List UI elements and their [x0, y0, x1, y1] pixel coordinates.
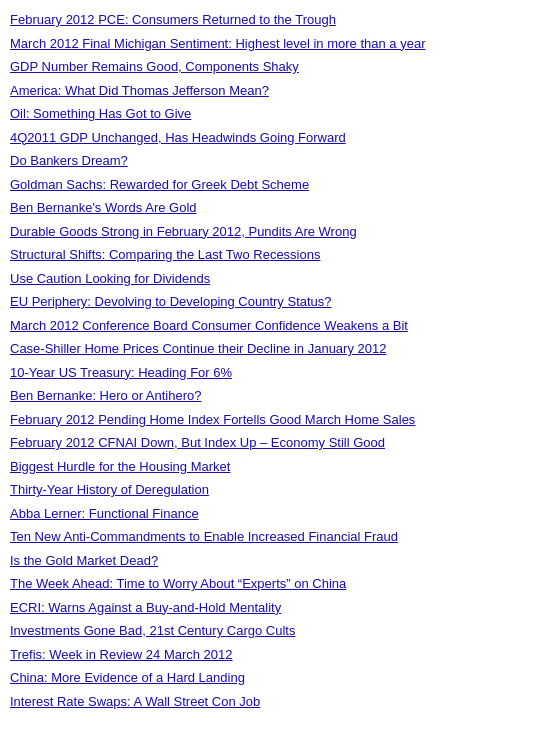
article-link[interactable]: Biggest Hurdle for the Housing Market: [10, 459, 230, 474]
article-link[interactable]: EU Periphery: Devolving to Developing Co…: [10, 294, 332, 309]
article-link[interactable]: Abba Lerner: Functional Finance: [10, 506, 199, 521]
list-item: America: What Did Thomas Jefferson Mean?: [10, 79, 537, 103]
list-item: Use Caution Looking for Dividends: [10, 267, 537, 291]
article-link[interactable]: Thirty-Year History of Deregulation: [10, 482, 209, 497]
list-item: February 2012 CFNAI Down, But Index Up –…: [10, 431, 537, 455]
list-item: Ten New Anti-Commandments to Enable Incr…: [10, 525, 537, 549]
article-link[interactable]: The Week Ahead: Time to Worry About “Exp…: [10, 576, 346, 591]
list-item: Abba Lerner: Functional Finance: [10, 502, 537, 526]
list-item: February 2012 Pending Home Index Fortell…: [10, 408, 537, 432]
article-link[interactable]: China: More Evidence of a Hard Landing: [10, 670, 245, 685]
list-item: Ben Bernanke's Words Are Gold: [10, 196, 537, 220]
article-link[interactable]: Do Bankers Dream?: [10, 153, 128, 168]
article-link[interactable]: Ten New Anti-Commandments to Enable Incr…: [10, 529, 398, 544]
list-item: The Week Ahead: Time to Worry About “Exp…: [10, 572, 537, 596]
list-item: February 2012 PCE: Consumers Returned to…: [10, 8, 537, 32]
list-item: 10-Year US Treasury: Heading For 6%: [10, 361, 537, 385]
article-link[interactable]: Use Caution Looking for Dividends: [10, 271, 210, 286]
article-link[interactable]: February 2012 Pending Home Index Fortell…: [10, 412, 415, 427]
list-item: Structural Shifts: Comparing the Last Tw…: [10, 243, 537, 267]
list-item: China: More Evidence of a Hard Landing: [10, 666, 537, 690]
article-link[interactable]: Interest Rate Swaps: A Wall Street Con J…: [10, 694, 260, 709]
article-link[interactable]: 10-Year US Treasury: Heading For 6%: [10, 365, 232, 380]
article-link[interactable]: Ben Bernanke's Words Are Gold: [10, 200, 197, 215]
article-link[interactable]: Is the Gold Market Dead?: [10, 553, 158, 568]
article-link[interactable]: Ben Bernanke: Hero or Antihero?: [10, 388, 202, 403]
article-link[interactable]: 4Q2011 GDP Unchanged, Has Headwinds Goin…: [10, 130, 346, 145]
article-link[interactable]: Structural Shifts: Comparing the Last Tw…: [10, 247, 320, 262]
list-item: March 2012 Final Michigan Sentiment: Hig…: [10, 32, 537, 56]
list-item: Durable Goods Strong in February 2012, P…: [10, 220, 537, 244]
list-item: Goldman Sachs: Rewarded for Greek Debt S…: [10, 173, 537, 197]
article-link[interactable]: Durable Goods Strong in February 2012, P…: [10, 224, 357, 239]
article-link[interactable]: GDP Number Remains Good, Components Shak…: [10, 59, 299, 74]
article-link[interactable]: February 2012 CFNAI Down, But Index Up –…: [10, 435, 385, 450]
list-item: Thirty-Year History of Deregulation: [10, 478, 537, 502]
article-link-list: February 2012 PCE: Consumers Returned to…: [10, 8, 537, 713]
article-link[interactable]: Oil: Something Has Got to Give: [10, 106, 191, 121]
article-link[interactable]: March 2012 Conference Board Consumer Con…: [10, 318, 408, 333]
article-link[interactable]: Case-Shiller Home Prices Continue their …: [10, 341, 386, 356]
article-link[interactable]: Goldman Sachs: Rewarded for Greek Debt S…: [10, 177, 309, 192]
article-link[interactable]: America: What Did Thomas Jefferson Mean?: [10, 83, 269, 98]
list-item: EU Periphery: Devolving to Developing Co…: [10, 290, 537, 314]
list-item: ECRI: Warns Against a Buy-and-Hold Menta…: [10, 596, 537, 620]
list-item: Trefis: Week in Review 24 March 2012: [10, 643, 537, 667]
article-link[interactable]: Investments Gone Bad, 21st Century Cargo…: [10, 623, 295, 638]
article-link[interactable]: February 2012 PCE: Consumers Returned to…: [10, 12, 336, 27]
list-item: 4Q2011 GDP Unchanged, Has Headwinds Goin…: [10, 126, 537, 150]
article-link[interactable]: March 2012 Final Michigan Sentiment: Hig…: [10, 36, 426, 51]
list-item: Biggest Hurdle for the Housing Market: [10, 455, 537, 479]
list-item: March 2012 Conference Board Consumer Con…: [10, 314, 537, 338]
article-link[interactable]: Trefis: Week in Review 24 March 2012: [10, 647, 233, 662]
list-item: Investments Gone Bad, 21st Century Cargo…: [10, 619, 537, 643]
list-item: Case-Shiller Home Prices Continue their …: [10, 337, 537, 361]
article-link[interactable]: ECRI: Warns Against a Buy-and-Hold Menta…: [10, 600, 281, 615]
list-item: Oil: Something Has Got to Give: [10, 102, 537, 126]
list-item: Do Bankers Dream?: [10, 149, 537, 173]
list-item: Is the Gold Market Dead?: [10, 549, 537, 573]
list-item: Ben Bernanke: Hero or Antihero?: [10, 384, 537, 408]
list-item: GDP Number Remains Good, Components Shak…: [10, 55, 537, 79]
list-item: Interest Rate Swaps: A Wall Street Con J…: [10, 690, 537, 714]
